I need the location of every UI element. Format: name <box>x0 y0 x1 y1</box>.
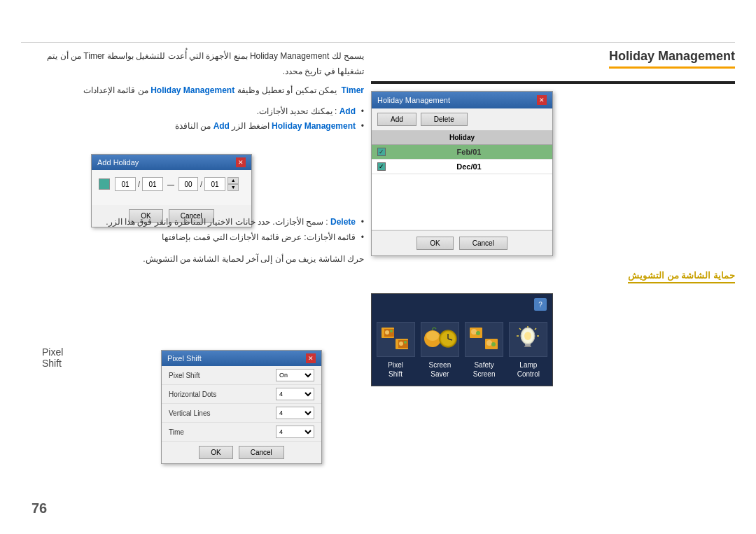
hm-close-btn[interactable]: ✕ <box>537 95 547 105</box>
safety-panel-header: ? <box>372 294 552 315</box>
svg-point-23 <box>524 332 531 340</box>
date-spinner: ▲ ▼ <box>227 177 239 191</box>
svg-rect-25 <box>524 346 531 347</box>
left-content: يسمح لك Holiday Management بمنع الأجهزة … <box>21 49 364 499</box>
ps-row3-label: Vertical Lines <box>169 409 210 417</box>
hm-ok-btn[interactable]: OK <box>416 237 453 250</box>
hm-window: Holiday Management ✕ Add Delete Holiday … <box>371 91 553 256</box>
arabic-pixel-bottom-text: حرك الشاشة يزيف من أن إلى آخر لحماية الش… <box>143 254 364 264</box>
ps-footer: OK Cancel <box>162 442 321 463</box>
hm-window-title: Holiday Management <box>377 96 450 104</box>
ps-row1-select[interactable]: On Off <box>276 369 314 381</box>
screen-saver-icon <box>422 326 457 353</box>
hm-footer: OK Cancel <box>372 230 552 255</box>
ps-row-2: Horizontal Dots 4 <box>162 385 321 404</box>
ps-ok-btn[interactable]: OK <box>199 446 232 459</box>
date-input-1[interactable] <box>115 177 136 191</box>
arabic-main-text: يسمح لك Holiday Management بمنع الأجهزة … <box>21 49 364 79</box>
pixel-shift-icon <box>380 326 412 353</box>
pixel-shift-close-btn[interactable]: ✕ <box>306 353 316 363</box>
hm-checkbox-2[interactable]: ✓ <box>377 162 386 171</box>
ps-rows: Pixel Shift On Off Horizontal Dots 4 Ver… <box>162 366 321 442</box>
hm-titlebar: Holiday Management ✕ <box>372 92 552 108</box>
svg-point-6 <box>399 342 403 346</box>
svg-point-9 <box>426 331 439 341</box>
arabic-pixel-bottom: حرك الشاشة يزيف من أن إلى آخر لحماية الش… <box>21 252 364 267</box>
hm-row-2[interactable]: ✓ Dec/01 <box>372 160 552 174</box>
svg-point-3 <box>390 330 393 332</box>
protect-heading-container: حماية الشاشة من التشويش <box>371 269 735 289</box>
safety-icon-pixel-shift[interactable]: Pixel Shift <box>375 322 416 379</box>
pixel-shift-label-1: Pixel Shift <box>388 360 403 379</box>
hm-delete-btn[interactable]: Delete <box>421 113 468 126</box>
arabic-highlight-timer: Timer <box>342 85 364 95</box>
help-btn[interactable]: ? <box>534 298 547 311</box>
hm-add-btn[interactable]: Add <box>377 113 416 126</box>
delete-bullet: Delete : سمح الأجازات. حدد خانات الاختيا… <box>21 215 364 230</box>
ps-row4-select[interactable]: 4 <box>276 426 314 438</box>
pixel-shift-dialog: Pixel Shift ✕ Pixel Shift On Off Horizon… <box>161 350 322 464</box>
lamp-control-label: Lamp Control <box>517 360 540 379</box>
ps-row2-label: Horizontal Dots <box>169 391 216 398</box>
svg-point-7 <box>404 341 407 344</box>
date-input-4[interactable] <box>204 177 225 191</box>
screen-saver-label: Screen Saver <box>429 360 451 379</box>
hm-row-1[interactable]: ✓ Feb/01 <box>372 145 552 160</box>
pixel-shift-title: Pixel Shift <box>167 354 202 363</box>
lamp-control-icon <box>512 326 544 353</box>
safety-icon-screen-saver[interactable]: Screen Saver <box>419 322 460 379</box>
arabic-text-main: يسمح لك Holiday Management بمنع الأجهزة … <box>47 51 364 76</box>
lamp-control-icon-box <box>509 322 547 357</box>
spinner-down[interactable]: ▼ <box>227 184 239 191</box>
add-holiday-close-btn[interactable]: ✕ <box>236 157 246 167</box>
add-holiday-title: Add Holiday <box>97 158 139 167</box>
spinner-up[interactable]: ▲ <box>227 177 239 184</box>
svg-point-20 <box>491 342 496 346</box>
page-number: 76 <box>31 500 47 517</box>
hm-heading: Holiday Management <box>609 49 735 69</box>
hm-row1-value: Feb/01 <box>391 148 547 156</box>
add-bullet-section: Add : يمكنك تحديد الأجازات. Holiday Mana… <box>21 104 364 134</box>
delete-bullet-section: Delete : سمح الأجازات. حدد خانات الاختيا… <box>21 215 364 245</box>
protect-heading: حماية الشاشة من التشويش <box>628 270 735 283</box>
svg-point-2 <box>385 330 389 335</box>
safety-screen-label: Safety Screen <box>473 360 496 379</box>
hm-checkbox-1[interactable]: ✓ <box>377 148 386 156</box>
safety-icons-row: Pixel Shift <box>372 315 552 386</box>
pixel-shift-icon-box <box>377 322 415 357</box>
svg-point-19 <box>486 340 492 346</box>
ps-cancel-btn[interactable]: Cancel <box>239 446 284 459</box>
arabic-highlight-hm: Holiday Management <box>150 85 234 95</box>
hm-column-header: Holiday <box>372 131 552 145</box>
svg-point-16 <box>471 329 477 335</box>
ps-row-4: Time 4 <box>162 423 321 442</box>
safety-panel: ? Pixel <box>371 293 553 386</box>
hm-toolbar: Add Delete <box>372 108 552 131</box>
ps-row1-label: Pixel Shift <box>169 372 200 379</box>
safety-screen-icon-box <box>465 322 503 357</box>
date-input-2[interactable] <box>142 177 163 191</box>
svg-line-29 <box>519 328 521 330</box>
add-holiday-titlebar: Add Holiday ✕ <box>92 155 251 170</box>
svg-point-17 <box>476 331 480 335</box>
ps-row2-select[interactable]: 4 <box>276 388 314 400</box>
date-input-3[interactable] <box>178 177 198 191</box>
hm-cancel-btn[interactable]: Cancel <box>459 237 507 250</box>
svg-rect-24 <box>525 344 531 346</box>
safety-screen-icon <box>468 326 500 353</box>
hm-heading-container: Holiday Management <box>371 49 735 76</box>
ps-row-3: Vertical Lines 4 <box>162 404 321 423</box>
date-checkbox[interactable] <box>99 178 110 190</box>
date-row: / — / ▲ ▼ <box>99 177 244 191</box>
pixel-shift-titlebar: Pixel Shift ✕ <box>162 351 321 366</box>
ps-row-1: Pixel Shift On Off <box>162 366 321 385</box>
top-divider <box>21 42 735 43</box>
hm-top-bar <box>371 81 735 84</box>
safety-icon-safety-screen[interactable]: Safety Screen <box>464 322 505 379</box>
add-bullet2: Holiday Management اضغط الزر Add من النا… <box>21 119 364 134</box>
safety-icon-lamp-control[interactable]: Lamp Control <box>508 322 549 379</box>
ps-row3-select[interactable]: 4 <box>276 407 314 419</box>
svg-line-27 <box>535 328 536 330</box>
add-bullet: Add : يمكنك تحديد الأجازات. <box>21 104 364 120</box>
list-bullet: قائمة الأجازات: عرض قائمة الأجازات التي … <box>21 230 364 246</box>
